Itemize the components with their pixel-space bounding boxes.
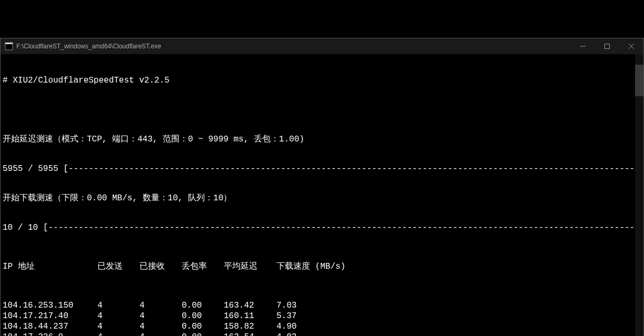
progress-line-1: 5955 / 5955 [---------------------------… [3, 164, 641, 174]
cell-ip: 104.17.226.9 [3, 332, 97, 336]
terminal-area[interactable]: # XIU2/CloudflareSpeedTest v2.2.5 开始延迟测速… [1, 54, 643, 336]
header-ip: IP 地址 [3, 261, 97, 272]
download-header-line: 开始下载测速（下限：0.00 MB/s, 数量：10, 队列：10） [3, 193, 641, 203]
header-recv: 已接收 [140, 261, 182, 272]
svg-rect-2 [605, 44, 610, 49]
progress1-pre: 5955 / 5955 [ [3, 164, 68, 174]
titlebar[interactable]: F:\CloudflareST_windows_amd64\Cloudflare… [1, 38, 643, 54]
cell-loss: 0.00 [182, 332, 224, 336]
cell-speed: 4.90 [276, 321, 371, 332]
cell-latency: 163.54 [224, 332, 276, 336]
cell-recv: 4 [140, 332, 182, 336]
cell-latency: 158.82 [224, 321, 276, 332]
svg-rect-1 [5, 43, 13, 44]
cell-recv: 4 [140, 311, 182, 321]
scrollbar[interactable] [635, 54, 643, 336]
table-row: 104.18.44.237440.00158.824.90 [3, 321, 641, 332]
table-body: 104.16.253.150440.00163.427.03104.17.217… [3, 300, 641, 336]
cell-ip: 104.17.217.40 [3, 311, 97, 321]
maximize-button[interactable] [595, 38, 619, 54]
cell-sent: 4 [97, 311, 140, 321]
cell-latency: 160.11 [224, 311, 276, 321]
cell-sent: 4 [97, 300, 140, 311]
progress1-dash: ----------------------------------------… [68, 164, 643, 174]
table-row: 104.17.226.9440.00163.544.03 [3, 332, 641, 336]
close-button[interactable] [619, 38, 643, 54]
header-sent: 已发送 [97, 261, 140, 272]
table-row: 104.16.253.150440.00163.427.03 [3, 300, 641, 311]
scrollbar-thumb[interactable] [635, 65, 643, 96]
cell-recv: 4 [140, 321, 182, 332]
cell-loss: 0.00 [182, 311, 224, 321]
blank-line [3, 105, 641, 115]
table-header-row: IP 地址 已发送 已接收 丢包率 平均延迟 下载速度 (MB/s) [3, 261, 641, 272]
window-controls [571, 38, 643, 54]
cell-loss: 0.00 [182, 300, 224, 311]
cell-speed: 4.03 [276, 332, 371, 336]
console-window: F:\CloudflareST_windows_amd64\Cloudflare… [0, 38, 644, 336]
titlebar-left: F:\CloudflareST_windows_amd64\Cloudflare… [5, 42, 161, 50]
cell-ip: 104.16.253.150 [3, 300, 97, 311]
cell-sent: 4 [97, 332, 140, 336]
cell-sent: 4 [97, 321, 140, 332]
banner-line: # XIU2/CloudflareSpeedTest v2.2.5 [3, 75, 641, 86]
window-title: F:\CloudflareST_windows_amd64\Cloudflare… [16, 43, 161, 50]
latency-header-line: 开始延迟测速（模式：TCP, 端口：443, 范围：0 ~ 9999 ms, 丢… [3, 134, 641, 145]
cell-speed: 5.37 [276, 311, 371, 321]
progress2-dash: ----------------------------------------… [48, 223, 643, 232]
app-icon [5, 42, 13, 50]
header-latency: 平均延迟 [224, 261, 276, 272]
cell-latency: 163.42 [224, 300, 276, 311]
cell-loss: 0.00 [182, 321, 224, 332]
header-loss: 丢包率 [182, 261, 224, 272]
table-row: 104.17.217.40440.00160.115.37 [3, 311, 641, 321]
cell-ip: 104.18.44.237 [3, 321, 97, 332]
progress2-pre: 10 / 10 [ [3, 223, 48, 232]
cell-speed: 7.03 [276, 300, 371, 311]
header-speed: 下载速度 (MB/s) [276, 261, 371, 272]
progress-line-2: 10 / 10 [-------------------------------… [3, 222, 641, 233]
minimize-button[interactable] [571, 38, 595, 54]
cell-recv: 4 [140, 300, 182, 311]
